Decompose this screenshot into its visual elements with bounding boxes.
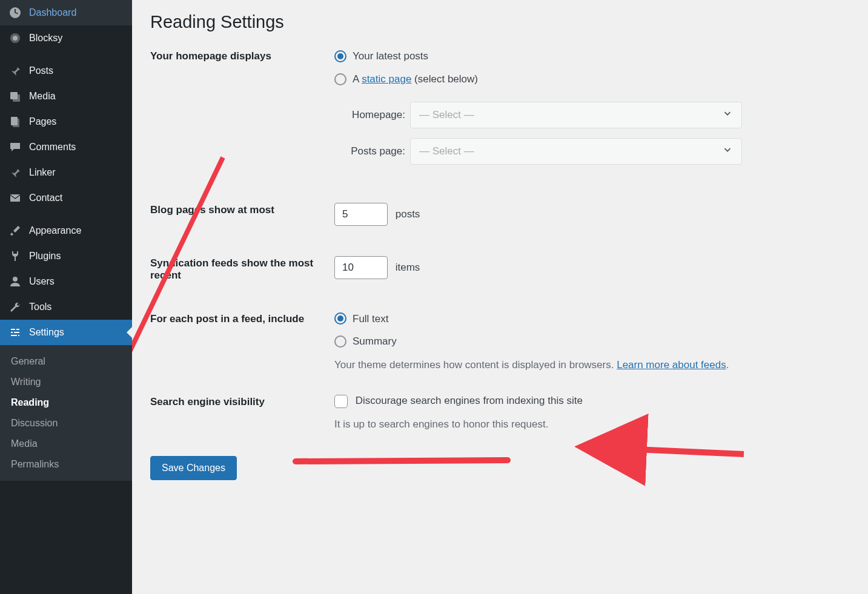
posts-page-select[interactable]: — Select — xyxy=(410,138,742,165)
wrench-icon xyxy=(8,300,22,314)
submenu-item-discussion[interactable]: Discussion xyxy=(0,413,132,434)
sidebar-item-blocksy[interactable]: Blocksy xyxy=(0,25,132,51)
feed-helper-text: Your theme determines how content is dis… xyxy=(334,357,850,373)
feed-include-label: For each post in a feed, include xyxy=(150,312,334,325)
static-page-link[interactable]: static page xyxy=(362,73,411,85)
dashboard-icon xyxy=(8,6,22,19)
sidebar-label: Settings xyxy=(29,327,64,338)
sidebar-label: Pages xyxy=(29,116,56,127)
sidebar-item-posts[interactable]: Posts xyxy=(0,58,132,84)
user-icon xyxy=(8,275,22,288)
search-visibility-helper: It is up to search engines to honor this… xyxy=(334,417,850,432)
select-placeholder: — Select — xyxy=(419,145,474,157)
select-placeholder: — Select — xyxy=(419,109,474,121)
homepage-select-label: Homepage: xyxy=(346,109,410,121)
submenu-item-general[interactable]: General xyxy=(0,351,132,372)
pages-icon xyxy=(8,115,22,128)
media-icon xyxy=(8,90,22,103)
sidebar-label: Contact xyxy=(29,193,62,203)
learn-more-feeds-link[interactable]: Learn more about feeds xyxy=(617,359,726,371)
sidebar-label: Appearance xyxy=(29,225,81,236)
sidebar-item-tools[interactable]: Tools xyxy=(0,294,132,320)
submenu-item-writing[interactable]: Writing xyxy=(0,372,132,392)
pin-icon xyxy=(8,64,22,78)
homepage-select[interactable]: — Select — xyxy=(410,102,742,128)
sidebar-item-appearance[interactable]: Appearance xyxy=(0,218,132,243)
blocksy-icon xyxy=(8,31,22,45)
brush-icon xyxy=(8,224,22,237)
syndication-unit: items xyxy=(396,262,420,274)
settings-main: Reading Settings Your homepage displays … xyxy=(132,0,868,594)
submenu-item-reading[interactable]: Reading xyxy=(0,392,132,413)
sliders-icon xyxy=(8,326,22,339)
sidebar-label: Posts xyxy=(29,65,53,76)
sidebar-label: Dashboard xyxy=(29,7,76,18)
sidebar-label: Plugins xyxy=(29,251,61,262)
sidebar-label: Users xyxy=(29,276,55,287)
chevron-down-icon xyxy=(722,108,733,122)
radio-summary-label: Summary xyxy=(353,334,397,349)
svg-rect-6 xyxy=(10,194,20,202)
svg-rect-3 xyxy=(13,94,20,102)
discourage-search-checkbox[interactable] xyxy=(334,395,348,408)
save-changes-button[interactable]: Save Changes xyxy=(150,456,237,480)
plug-icon xyxy=(8,249,22,263)
page-title: Reading Settings xyxy=(150,12,850,32)
admin-sidebar: Dashboard Blocksy Posts Media Pages xyxy=(0,0,132,594)
svg-rect-5 xyxy=(13,119,19,127)
sidebar-separator xyxy=(0,51,132,58)
sidebar-item-media[interactable]: Media xyxy=(0,84,132,109)
homepage-displays-label: Your homepage displays xyxy=(150,49,334,62)
syndication-input[interactable] xyxy=(334,256,388,279)
mail-icon xyxy=(8,191,22,205)
sidebar-item-pages[interactable]: Pages xyxy=(0,109,132,134)
sidebar-item-plugins[interactable]: Plugins xyxy=(0,243,132,269)
blog-pages-label: Blog pages show at most xyxy=(150,203,334,216)
radio-full-text-label: Full text xyxy=(353,312,389,326)
sidebar-label: Comments xyxy=(29,142,76,153)
radio-static-page-label: A static page (select below) xyxy=(353,72,478,87)
sidebar-label: Media xyxy=(29,91,56,102)
sidebar-item-dashboard[interactable]: Dashboard xyxy=(0,0,132,25)
svg-line-9 xyxy=(635,449,744,454)
sidebar-label: Blocksy xyxy=(29,33,62,44)
radio-summary[interactable] xyxy=(334,335,346,348)
svg-point-7 xyxy=(13,277,18,282)
sidebar-item-comments[interactable]: Comments xyxy=(0,134,132,160)
radio-static-page[interactable] xyxy=(334,73,346,85)
sidebar-label: Tools xyxy=(29,302,51,312)
svg-point-1 xyxy=(13,36,18,41)
comment-icon xyxy=(8,140,22,154)
search-visibility-label: Search engine visibility xyxy=(150,395,334,408)
radio-latest-posts-label: Your latest posts xyxy=(353,49,428,64)
submenu-item-media[interactable]: Media xyxy=(0,434,132,454)
sidebar-item-linker[interactable]: Linker xyxy=(0,160,132,185)
sidebar-separator xyxy=(0,211,132,218)
posts-page-select-label: Posts page: xyxy=(346,145,410,157)
sidebar-item-contact[interactable]: Contact xyxy=(0,185,132,211)
submenu-item-permalinks[interactable]: Permalinks xyxy=(0,454,132,475)
pin-icon xyxy=(8,166,22,179)
sidebar-item-users[interactable]: Users xyxy=(0,269,132,294)
blog-pages-input[interactable] xyxy=(334,203,388,226)
sidebar-label: Linker xyxy=(29,167,56,178)
settings-submenu: General Writing Reading Discussion Media… xyxy=(0,345,132,481)
sidebar-item-settings[interactable]: Settings xyxy=(0,320,132,345)
radio-latest-posts[interactable] xyxy=(334,50,346,62)
svg-line-10 xyxy=(296,460,508,461)
discourage-search-label: Discourage search engines from indexing … xyxy=(356,395,583,406)
radio-full-text[interactable] xyxy=(334,312,346,325)
blog-pages-unit: posts xyxy=(396,208,420,220)
syndication-label: Syndication feeds show the most recent xyxy=(150,256,334,282)
chevron-down-icon xyxy=(722,144,733,158)
